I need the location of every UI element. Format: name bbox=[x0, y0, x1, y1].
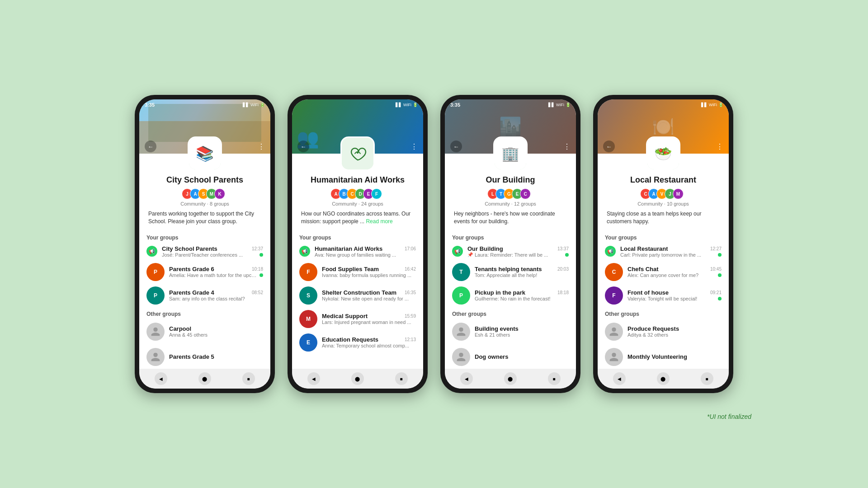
community-desc: Hey neighbors - here's how we coordinate… bbox=[452, 210, 569, 225]
phones-container: 3:35 ▋▋ WiFi 🔋 ← ⋮ 📚 bbox=[135, 95, 733, 393]
more-button[interactable]: ⋮ bbox=[563, 142, 571, 151]
community-meta: Community · 8 groups bbox=[146, 201, 263, 206]
group-msg: Carl: Private party tomorrow in the ... bbox=[620, 252, 716, 258]
group-item[interactable]: T Tenants helping tenants 20:03 Tom: App… bbox=[445, 260, 576, 284]
nav-home-btn[interactable]: ⬤ bbox=[657, 372, 670, 385]
nav-back-btn[interactable]: ◀ bbox=[613, 372, 626, 385]
status-icons: ▋▋ WiFi 🔋 bbox=[548, 103, 571, 107]
status-icons: ▋▋ WiFi 🔋 bbox=[396, 103, 418, 107]
group-text: Tenants helping tenants 20:03 Tom: Appre… bbox=[475, 266, 569, 278]
group-text: Food Supplies Team 16:42 Ivanna: baby fo… bbox=[322, 266, 416, 278]
group-item[interactable]: C Chefs Chat 10:45 Alex: Can anyone cove… bbox=[598, 260, 729, 284]
other-group-name: Building events bbox=[475, 325, 519, 332]
watermark: *UI not finalized bbox=[707, 413, 751, 420]
group-text: Our Building 13:37 📌 Laura: Reminder: Th… bbox=[467, 245, 569, 258]
nav-recents-btn[interactable]: ■ bbox=[242, 372, 255, 385]
community-meta: Community · 24 groups bbox=[299, 201, 416, 206]
group-item[interactable]: F Front of house 09:21 Valeryia: Tonight… bbox=[598, 284, 729, 307]
group-text: Chefs Chat 10:45 Alex: Can anyone cover … bbox=[627, 266, 722, 278]
community-icon-circle: 🏢 bbox=[493, 136, 528, 171]
back-button[interactable]: ← bbox=[145, 141, 156, 152]
your-groups-label: Your groups bbox=[292, 231, 423, 243]
community-icon-circle: 📚 bbox=[188, 136, 222, 171]
group-name: Chefs Chat bbox=[627, 266, 659, 272]
group-msg: Ivanna: baby formula supplies running ..… bbox=[322, 272, 416, 278]
group-name: City School Parents bbox=[162, 245, 217, 252]
group-text: Parents Grade 4 08:52 Sam: any info on t… bbox=[169, 289, 263, 301]
group-item[interactable]: 📢 Our Building 13:37 📌 Laura: Reminder: … bbox=[445, 243, 576, 260]
group-msg: José: Parent/Teacher conferences ... bbox=[162, 252, 258, 258]
community-name: Local Restaurant bbox=[605, 175, 722, 185]
community-name: City School Parents bbox=[146, 175, 263, 185]
nav-back-btn[interactable]: ◀ bbox=[460, 372, 473, 385]
unread-dot bbox=[718, 297, 722, 300]
nav-home-btn[interactable]: ⬤ bbox=[198, 372, 211, 385]
header-image: 🍽️ ▋▋ WiFi 🔋 ← ⋮ bbox=[598, 99, 729, 154]
back-button[interactable]: ← bbox=[603, 141, 615, 152]
unread-dot bbox=[718, 253, 722, 257]
other-group-members: Anna & 45 others bbox=[169, 332, 208, 338]
group-item[interactable]: P Parents Grade 4 08:52 Sam: any info on… bbox=[139, 284, 270, 307]
other-group-name: Monthly Volunteering bbox=[627, 353, 687, 360]
other-group-item[interactable]: Carpool Anna & 45 others bbox=[139, 319, 270, 344]
signal-icon: ▋▋ bbox=[396, 103, 402, 107]
other-group-item[interactable]: Monthly Volunteering bbox=[598, 344, 729, 369]
other-group-info: Building events Esh & 21 others bbox=[475, 325, 519, 338]
back-button[interactable]: ← bbox=[297, 141, 309, 152]
group-time: 10:45 bbox=[710, 267, 722, 272]
group-item[interactable]: S Shelter Construction Team 16:35 Nykola… bbox=[292, 284, 423, 307]
group-name: Front of house bbox=[627, 289, 669, 296]
other-group-item[interactable]: Building events Esh & 21 others bbox=[445, 319, 576, 344]
group-item[interactable]: P Pickup in the park 18:18 Guilherme: No… bbox=[445, 284, 576, 307]
group-name: Parents Grade 4 bbox=[169, 289, 214, 296]
group-name: Humanitarian Aid Works bbox=[315, 245, 382, 252]
other-group-item[interactable]: Produce Requests Aditya & 32 others bbox=[598, 319, 729, 344]
other-group-name: Parents Grade 5 bbox=[169, 353, 214, 360]
battery-icon: 🔋 bbox=[718, 103, 723, 107]
member-avatars: CAVJM bbox=[605, 188, 722, 199]
status-time: 3:35 bbox=[450, 102, 460, 108]
back-button[interactable]: ← bbox=[450, 141, 462, 152]
signal-icon: ▋▋ bbox=[548, 103, 555, 107]
group-time: 13:37 bbox=[557, 246, 569, 251]
group-item[interactable]: P Parents Grade 6 10:18 Amelia: Have a m… bbox=[139, 260, 270, 284]
nav-home-btn[interactable]: ⬤ bbox=[351, 372, 364, 385]
nav-back-btn[interactable]: ◀ bbox=[307, 372, 320, 385]
unread-dot bbox=[565, 253, 569, 257]
phone-our-building: 🏙️ 3:35 ▋▋ WiFi 🔋 ← ⋮ bbox=[440, 95, 580, 393]
nav-recents-btn[interactable]: ■ bbox=[395, 372, 408, 385]
battery-icon: 🔋 bbox=[260, 103, 265, 107]
header-image: 3:35 ▋▋ WiFi 🔋 ← ⋮ 📚 bbox=[139, 99, 270, 154]
group-time: 17:06 bbox=[405, 246, 416, 251]
unread-dot bbox=[259, 253, 263, 257]
group-item[interactable]: F Food Supplies Team 16:42 Ivanna: baby … bbox=[292, 260, 423, 284]
other-group-item[interactable]: Dog owners bbox=[445, 344, 576, 369]
nav-recents-btn[interactable]: ■ bbox=[701, 372, 713, 385]
signal-icon: ▋▋ bbox=[701, 103, 708, 107]
other-group-name: Produce Requests bbox=[627, 325, 679, 332]
read-more-link[interactable]: Read more bbox=[366, 218, 392, 225]
other-group-item[interactable]: Parents Grade 5 bbox=[139, 344, 270, 369]
other-group-info: Produce Requests Aditya & 32 others bbox=[627, 325, 679, 338]
groups-scroll: Your groups 📢 Our Building 13:37 📌 Laura… bbox=[445, 231, 576, 369]
group-item[interactable]: M Medical Support 15:59 Lars: Injured pr… bbox=[292, 307, 423, 331]
group-item[interactable]: 📢 Local Restaurant 12:27 Carl: Private p… bbox=[598, 243, 729, 260]
phone-city-school: 3:35 ▋▋ WiFi 🔋 ← ⋮ 📚 bbox=[135, 95, 275, 393]
group-name: Shelter Construction Team bbox=[322, 289, 396, 296]
nav-recents-btn[interactable]: ■ bbox=[548, 372, 561, 385]
pinned-icon: 📌 bbox=[467, 252, 473, 257]
phone-local-restaurant: 🍽️ ▋▋ WiFi 🔋 ← ⋮ bbox=[593, 95, 733, 393]
nav-back-btn[interactable]: ◀ bbox=[155, 372, 167, 385]
bottom-nav: ◀ ⬤ ■ bbox=[139, 369, 270, 389]
group-item[interactable]: E Education Requests 12:13 Anna: Tempora… bbox=[292, 331, 423, 354]
group-item[interactable]: 📢 Humanitarian Aid Works 17:06 Ava: New … bbox=[292, 243, 423, 260]
nav-home-btn[interactable]: ⬤ bbox=[504, 372, 517, 385]
group-text: Medical Support 15:59 Lars: Injured preg… bbox=[322, 313, 416, 325]
phone-screen: 🍽️ ▋▋ WiFi 🔋 ← ⋮ bbox=[598, 99, 729, 389]
group-item[interactable]: 📢 City School Parents 12:37 José: Parent… bbox=[139, 243, 270, 260]
wifi-icon: WiFi bbox=[709, 103, 717, 107]
more-button[interactable]: ⋮ bbox=[258, 142, 265, 151]
group-text: Pickup in the park 18:18 Guilherme: No r… bbox=[475, 289, 569, 301]
more-button[interactable]: ⋮ bbox=[410, 142, 418, 151]
more-button[interactable]: ⋮ bbox=[716, 142, 723, 151]
